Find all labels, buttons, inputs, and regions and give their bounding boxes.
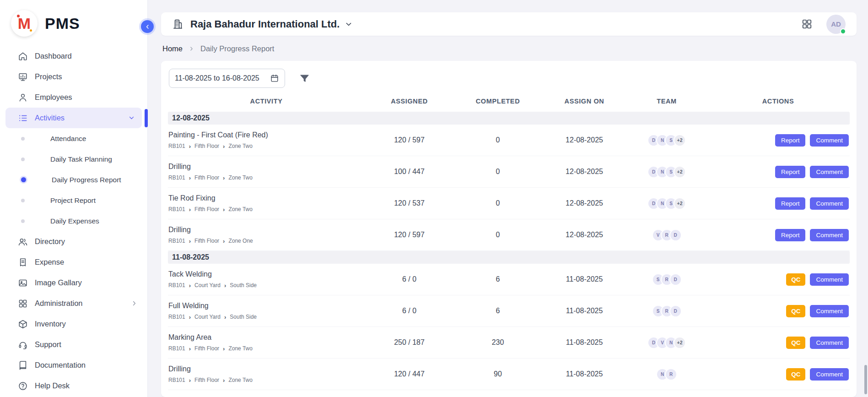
scrollbar-thumb[interactable] <box>864 365 867 394</box>
sidebar-subitem-label: Daily Expenses <box>50 217 99 225</box>
path-segment: RB101 <box>168 238 185 244</box>
sidebar-subitem-daily-task-planning[interactable]: Daily Task Planning <box>0 149 147 169</box>
sidebar-item-administration[interactable]: Administration <box>0 293 147 314</box>
comment-button[interactable]: Comment <box>810 305 849 317</box>
sidebar-item-help-desk[interactable]: Help Desk <box>0 375 147 396</box>
chevron-right-icon <box>130 299 138 307</box>
comment-button[interactable]: Comment <box>810 166 849 178</box>
expense-icon <box>18 257 28 267</box>
report-button[interactable]: Report <box>775 229 806 241</box>
path-segment: Fifth Floor <box>194 143 219 149</box>
sidebar-item-dashboard[interactable]: Dashboard <box>0 46 147 66</box>
company-name[interactable]: Raja Bahadur International Ltd. <box>190 18 340 30</box>
sidebar-item-documentation[interactable]: Documentation <box>0 355 147 375</box>
path-segment: Zone One <box>228 238 253 244</box>
assign-on-value: 11-08-2025 <box>542 370 627 378</box>
sidebar-subitem-attendance[interactable]: Attendance <box>0 128 147 149</box>
activity-cell: Marking AreaRB101›Fifth Floor›Zone Two <box>168 329 365 356</box>
activity-cell: DrillingRB101›Fifth Floor›Zone One <box>168 221 365 249</box>
report-button[interactable]: Report <box>775 166 806 178</box>
gallery-icon <box>18 278 28 288</box>
date-range-input[interactable] <box>175 74 266 82</box>
path-segment: South Side <box>230 314 257 320</box>
sidebar-item-label: Directory <box>35 237 65 246</box>
report-button[interactable]: Report <box>775 134 806 147</box>
team-more-badge[interactable]: +2 <box>674 197 686 210</box>
sidebar-item-label: Projects <box>35 72 62 81</box>
activity-path: RB101›Fifth Floor›Zone One <box>168 238 361 244</box>
logo-icon: M <box>11 10 38 37</box>
team-more-badge[interactable]: +2 <box>674 166 686 178</box>
breadcrumb-home[interactable]: Home <box>162 44 183 53</box>
comment-button[interactable]: Comment <box>810 229 849 241</box>
comment-button[interactable]: Comment <box>810 134 849 147</box>
home-icon <box>18 51 28 61</box>
activity-path: RB101›Court Yard›South Side <box>168 282 361 288</box>
date-range-field[interactable] <box>169 69 285 88</box>
completed-value: 230 <box>454 338 542 347</box>
column-header-assigned: ASSIGNED <box>365 98 454 105</box>
chevron-separator: › <box>223 377 225 383</box>
team-avatar[interactable]: D <box>669 305 682 317</box>
table-row: DrillingRB101›Fifth Floor›Zone One120 / … <box>168 219 850 251</box>
chevron-separator: › <box>223 238 225 244</box>
path-segment: Zone Two <box>228 174 252 181</box>
sidebar-collapse-button[interactable] <box>141 20 154 33</box>
chevron-down-icon[interactable] <box>344 20 353 29</box>
assign-on-value: 12-08-2025 <box>542 231 627 239</box>
report-button[interactable]: Report <box>775 197 806 210</box>
team-avatar[interactable]: D <box>669 273 682 286</box>
table-row: Full WeldingRB101›Court Yard›South Side6… <box>168 295 850 327</box>
topbar: Raja Bahadur International Ltd. AD <box>161 12 857 36</box>
sidebar-item-projects[interactable]: Projects <box>0 66 147 87</box>
sidebar-item-label: Help Desk <box>35 381 70 390</box>
assigned-value: 6 / 0 <box>365 275 454 283</box>
path-segment: Court Yard <box>194 282 221 288</box>
sidebar-item-employees[interactable]: Employees <box>0 87 147 108</box>
user-avatar[interactable]: AD <box>826 15 846 34</box>
comment-button[interactable]: Comment <box>810 197 849 210</box>
calendar-icon[interactable] <box>270 74 279 83</box>
chevron-separator: › <box>189 175 191 181</box>
sidebar-item-image-gallary[interactable]: Image Gallary <box>0 272 147 293</box>
chevron-separator: › <box>189 143 191 149</box>
path-segment: RB101 <box>168 143 185 149</box>
team-avatars: DNS+2 <box>627 166 706 178</box>
team-avatars: DNS+2 <box>627 197 706 210</box>
chevron-separator: › <box>189 283 191 288</box>
sidebar-subitem-daily-expenses[interactable]: Daily Expenses <box>0 211 147 231</box>
sidebar-item-expense[interactable]: Expense <box>0 252 147 272</box>
team-more-badge[interactable]: +2 <box>674 337 686 349</box>
comment-button[interactable]: Comment <box>810 273 849 286</box>
comment-button[interactable]: Comment <box>810 337 849 349</box>
sidebar-subitem-project-report[interactable]: Project Report <box>0 190 147 211</box>
activity-path: RB101›Court Yard›South Side <box>168 314 361 320</box>
logo-letter: M <box>18 16 31 31</box>
completed-value: 0 <box>454 136 542 144</box>
team-more-badge[interactable]: +2 <box>674 134 686 147</box>
team-avatar[interactable]: D <box>669 229 682 241</box>
sidebar-item-label: Support <box>35 340 61 349</box>
sidebar-item-label: Activities <box>35 114 65 122</box>
qc-button[interactable]: QC <box>786 368 805 381</box>
activity-path: RB101›Fifth Floor›Zone Two <box>168 377 361 383</box>
team-avatar[interactable]: R <box>665 368 677 381</box>
sidebar-item-directory[interactable]: Directory <box>0 231 147 252</box>
activity-title: Marking Area <box>168 333 361 342</box>
qc-button[interactable]: QC <box>786 273 805 286</box>
assigned-value: 120 / 447 <box>365 370 454 378</box>
comment-button[interactable]: Comment <box>810 368 849 381</box>
chevron-separator: › <box>224 283 226 288</box>
sidebar-item-activities[interactable]: Activities <box>5 108 142 128</box>
apps-grid-icon[interactable] <box>801 18 813 30</box>
topbar-right: AD <box>801 15 846 34</box>
path-segment: RB101 <box>168 377 185 383</box>
qc-button[interactable]: QC <box>786 305 805 317</box>
filter-icon[interactable] <box>299 73 310 84</box>
sidebar-item-inventory[interactable]: Inventory <box>0 314 147 334</box>
sidebar-item-support[interactable]: Support <box>0 334 147 355</box>
activity-title: Drilling <box>168 226 361 234</box>
qc-button[interactable]: QC <box>786 337 805 349</box>
team-avatars: VRD <box>627 229 706 241</box>
sidebar-subitem-daily-progress-report[interactable]: Daily Progress Report <box>0 169 147 190</box>
